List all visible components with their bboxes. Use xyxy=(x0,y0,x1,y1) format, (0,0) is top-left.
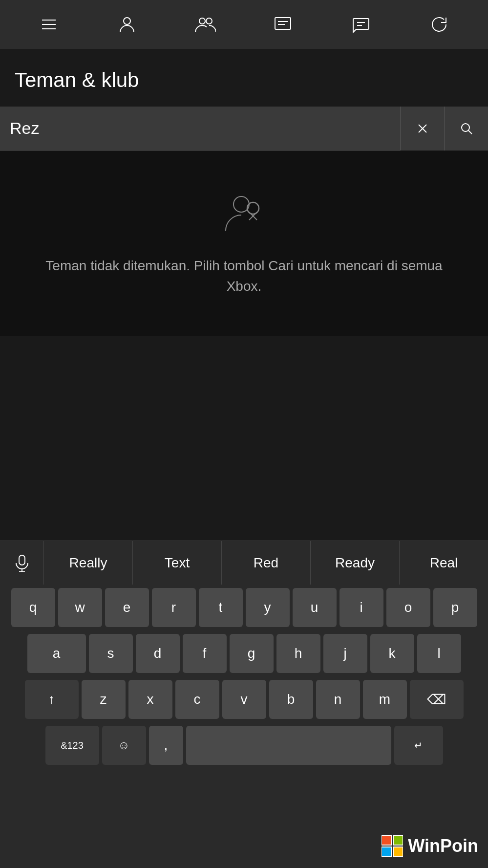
key-b[interactable]: b xyxy=(269,680,313,719)
svg-point-4 xyxy=(199,18,205,24)
key-a[interactable]: a xyxy=(27,634,86,673)
key-v[interactable]: v xyxy=(222,680,266,719)
keyboard-row-1: q w e r t y u i o p xyxy=(0,585,488,630)
key-u[interactable]: u xyxy=(293,588,337,627)
search-bar xyxy=(0,107,488,151)
space-key[interactable] xyxy=(186,726,391,765)
key-s[interactable]: s xyxy=(89,634,133,673)
key-l[interactable]: l xyxy=(417,634,461,673)
key-t[interactable]: t xyxy=(199,588,243,627)
key-i[interactable]: i xyxy=(339,588,383,627)
suggestion-ready[interactable]: Ready xyxy=(311,541,400,585)
top-nav xyxy=(0,0,488,49)
svg-line-14 xyxy=(468,130,472,134)
refresh-icon[interactable] xyxy=(424,10,454,39)
page-title: Teman & klub xyxy=(15,68,473,92)
key-p[interactable]: p xyxy=(433,588,477,627)
empty-state-text: Teman tidak ditemukan. Pilih tombol Cari… xyxy=(29,256,459,297)
search-button[interactable] xyxy=(444,107,488,151)
person-icon[interactable] xyxy=(112,10,142,39)
keyboard-row-4: &123 ☺ , . ↵ xyxy=(0,722,488,768)
key-c[interactable]: c xyxy=(175,680,219,719)
key-y[interactable]: y xyxy=(246,588,290,627)
key-g[interactable]: g xyxy=(230,634,274,673)
key-r[interactable]: r xyxy=(152,588,196,627)
group-icon[interactable] xyxy=(191,10,220,39)
svg-rect-19 xyxy=(19,555,25,565)
svg-point-5 xyxy=(206,18,212,24)
shift-key[interactable]: ↑ xyxy=(25,680,79,719)
numbers-key[interactable]: &123 xyxy=(45,726,99,765)
hamburger-icon[interactable] xyxy=(34,10,64,39)
key-m[interactable]: m xyxy=(363,680,407,719)
keyboard-row-2: a s d f g h j k l xyxy=(0,630,488,676)
no-friends-icon xyxy=(220,191,269,241)
keyboard: q w e r t y u i o p a s d f g h j k l ↑ … xyxy=(0,585,488,868)
key-k[interactable]: k xyxy=(370,634,414,673)
key-z[interactable]: z xyxy=(82,680,126,719)
search-clear-button[interactable] xyxy=(400,107,444,151)
empty-state: Teman tidak ditemukan. Pilih tombol Cari… xyxy=(0,151,488,336)
key-h[interactable]: h xyxy=(276,634,320,673)
key-f[interactable]: f xyxy=(183,634,227,673)
search-input-wrapper[interactable] xyxy=(0,107,400,150)
suggestion-red[interactable]: Red xyxy=(222,541,311,585)
keyboard-row-3: ↑ z x c v b n m ⌫ xyxy=(0,676,488,722)
key-j[interactable]: j xyxy=(323,634,367,673)
chat-icon[interactable] xyxy=(268,10,297,39)
key-x[interactable]: x xyxy=(128,680,172,719)
key-n[interactable]: n xyxy=(316,680,360,719)
autocorrect-bar: Really Text Red Ready Real xyxy=(0,541,488,585)
key-q[interactable]: q xyxy=(11,588,55,627)
mic-button[interactable] xyxy=(0,541,44,585)
page-title-area: Teman & klub xyxy=(0,49,488,107)
suggestion-real[interactable]: Real xyxy=(400,541,488,585)
key-o[interactable]: o xyxy=(386,588,430,627)
enter-key[interactable]: ↵ xyxy=(394,726,443,765)
key-w[interactable]: w xyxy=(58,588,102,627)
message-icon[interactable] xyxy=(346,10,376,39)
svg-rect-6 xyxy=(275,18,291,29)
svg-point-3 xyxy=(124,18,130,24)
suggestion-text[interactable]: Text xyxy=(133,541,222,585)
comma-key[interactable]: , xyxy=(149,726,183,765)
suggestion-really[interactable]: Really xyxy=(44,541,133,585)
svg-point-13 xyxy=(462,124,469,131)
emoji-key[interactable]: ☺ xyxy=(102,726,146,765)
search-input[interactable] xyxy=(10,119,390,138)
key-d[interactable]: d xyxy=(136,634,180,673)
key-e[interactable]: e xyxy=(105,588,149,627)
backspace-key[interactable]: ⌫ xyxy=(410,680,464,719)
